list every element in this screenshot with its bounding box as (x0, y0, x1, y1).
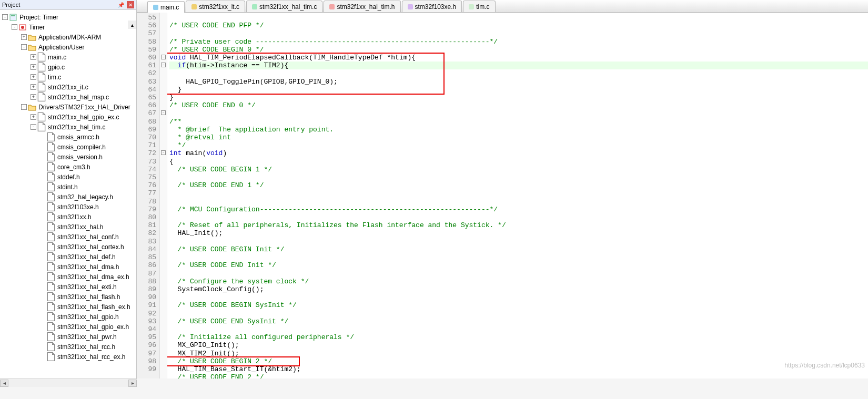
panel-title-text: Project (2, 2, 20, 8)
editor-tab[interactable]: main.c (147, 1, 185, 13)
panel-close-button[interactable]: ✕ (127, 1, 134, 8)
expander-icon[interactable]: - (31, 124, 36, 130)
expander-icon[interactable]: + (31, 114, 36, 120)
editor-tab[interactable]: stm32f103xe.h (402, 1, 462, 12)
cfile-icon (37, 63, 46, 71)
tree-item[interactable]: +stm32f1xx_hal_rcc.h (0, 342, 136, 352)
cfile-icon (37, 53, 46, 62)
editor-tab[interactable]: stm32f1xx_hal_tim.c (246, 1, 322, 12)
tree-item[interactable]: +stm32f1xx_hal_cortex.h (0, 242, 136, 252)
target-icon (18, 23, 27, 32)
tab-label: stm32f1xx_hal_tim.c (259, 3, 317, 11)
tree-scroll-up[interactable]: ▴ (128, 21, 136, 29)
tree-item[interactable]: +stm32f1xx_hal_gpio.h (0, 312, 136, 322)
tree-item[interactable]: -stm32f1xx_hal_tim.c (0, 122, 136, 132)
tree-item[interactable]: +cmsis_compiler.h (0, 142, 136, 152)
editor-tab[interactable]: stm32f1xx_it.c (186, 1, 245, 12)
tree-item[interactable]: +tim.c (0, 72, 136, 82)
tree-item-label: stm32f1xx.h (57, 213, 92, 221)
tree-item-label: main.c (48, 54, 66, 61)
tree-item[interactable]: -Application/User (0, 42, 136, 52)
tree-item[interactable]: +stm32f1xx_hal_dma_ex.h (0, 272, 136, 282)
tree-item[interactable]: +stm32f1xx_hal_rcc_ex.h (0, 352, 136, 362)
expander-icon[interactable]: - (21, 104, 27, 110)
editor-tab[interactable]: tim.c (463, 1, 495, 12)
editor-body: 55 56 57 58 59 60 61 62 63 64 65 66 67 6… (137, 13, 868, 378)
tree-item[interactable]: +stm32f1xx_hal.h (0, 222, 136, 232)
folder-icon (28, 103, 36, 111)
scroll-right-icon[interactable]: ▸ (128, 380, 137, 387)
tree-item[interactable]: +stm32f1xx_hal_gpio_ex.c (0, 112, 136, 122)
scroll-left-icon[interactable]: ◂ (0, 380, 8, 387)
tree-item[interactable]: -Timer (0, 22, 136, 32)
tab-color-icon (469, 4, 474, 9)
tree-item[interactable]: +stm32_hal_legacy.h (0, 192, 136, 202)
tree-item[interactable]: +stm32f103xe.h (0, 202, 136, 212)
cfile-icon (37, 93, 46, 101)
fold-gutter[interactable]: - - - - (160, 13, 167, 378)
code-content[interactable]: /* USER CODE END PFP */ /* Private user … (167, 13, 868, 378)
expander-icon[interactable]: + (21, 34, 27, 40)
tree-item-label: Timer (29, 24, 45, 31)
tree-item-label: core_cm3.h (57, 163, 90, 171)
tree-item[interactable]: +Application/MDK-ARM (0, 32, 136, 42)
tree-item[interactable]: +stm32f1xx_hal_flash.h (0, 292, 136, 302)
tab-color-icon (329, 4, 335, 9)
cfile-icon (37, 123, 46, 131)
expander-icon[interactable]: - (21, 44, 27, 50)
tree-item-label: stm32f103xe.h (57, 203, 99, 211)
tree-item-label: stm32f1xx_hal_gpio_ex.c (48, 114, 119, 121)
tree-item-label: stm32f1xx_hal_rcc.h (57, 343, 115, 351)
tree-item[interactable]: +stm32f1xx_it.c (0, 82, 136, 92)
hfile-icon (47, 133, 55, 141)
tree-item[interactable]: +cmsis_armcc.h (0, 132, 136, 142)
tree-item[interactable]: -Drivers/STM32F1xx_HAL_Driver (0, 102, 136, 112)
tree-item[interactable]: +stm32f1xx_hal_dma.h (0, 262, 136, 272)
tree-item[interactable]: +stm32f1xx_hal_msp.c (0, 92, 136, 102)
tree-item[interactable]: +core_cm3.h (0, 162, 136, 172)
pin-icon[interactable]: 📌 (117, 1, 125, 8)
expander-icon[interactable]: - (12, 24, 17, 30)
hfile-icon (47, 343, 55, 351)
tree-item[interactable]: +stdint.h (0, 182, 136, 192)
tree-item[interactable]: +stm32f1xx_hal_conf.h (0, 232, 136, 242)
tree-item-label: stm32f1xx_hal_flash_ex.h (57, 303, 130, 311)
tree-item[interactable]: +main.c (0, 52, 136, 62)
tree-item[interactable]: +stm32f1xx_hal_exti.h (0, 282, 136, 292)
tree-item[interactable]: +stddef.h (0, 172, 136, 182)
tree-item[interactable]: -Project: Timer (0, 12, 136, 22)
hfile-icon (47, 213, 55, 221)
tab-label: main.c (160, 4, 179, 11)
cfile-icon (37, 83, 46, 91)
tree-item[interactable]: +gpio.c (0, 62, 136, 72)
hfile-icon (47, 263, 55, 271)
tree-item-label: cmsis_armcc.h (57, 134, 99, 141)
expander-icon[interactable]: + (31, 84, 36, 90)
expander-icon[interactable]: + (31, 74, 36, 80)
tree-item-label: stm32f1xx_hal_tim.c (48, 124, 105, 131)
tree-item[interactable]: +stm32f1xx_hal_flash_ex.h (0, 302, 136, 312)
tree-item-label: stm32f1xx_hal_pwr.h (57, 333, 117, 341)
tree-item[interactable]: +cmsis_version.h (0, 152, 136, 162)
tree-item[interactable]: +stm32f1xx_hal_gpio_ex.h (0, 322, 136, 332)
expander-icon[interactable]: + (31, 94, 36, 100)
expander-icon[interactable]: - (2, 14, 8, 20)
project-hscroll[interactable]: ◂ ▸ (0, 378, 137, 387)
project-tree[interactable]: ▴ -Project: Timer-Timer+Application/MDK-… (0, 10, 136, 378)
tree-item-label: stm32f1xx_hal_flash.h (57, 293, 120, 301)
tree-item[interactable]: +stm32f1xx_hal_pwr.h (0, 332, 136, 342)
tree-item[interactable]: +stm32f1xx_hal_def.h (0, 252, 136, 262)
project-panel: Project 📌 ✕ ▴ -Project: Timer-Timer+Appl… (0, 0, 137, 378)
svg-point-3 (21, 26, 24, 29)
hfile-icon (47, 173, 55, 181)
hfile-icon (47, 253, 55, 261)
tree-item-label: stm32f1xx_hal_cortex.h (57, 243, 124, 251)
tab-bar[interactable]: main.cstm32f1xx_it.cstm32f1xx_hal_tim.cs… (137, 0, 868, 13)
hfile-icon (47, 353, 55, 361)
tree-item-label: stm32f1xx_hal_rcc_ex.h (57, 353, 125, 361)
expander-icon[interactable]: + (31, 54, 36, 60)
editor-tab[interactable]: stm32f1xx_hal_tim.h (324, 1, 400, 12)
tree-item[interactable]: +stm32f1xx.h (0, 212, 136, 222)
editor-area: main.cstm32f1xx_it.cstm32f1xx_hal_tim.cs… (137, 0, 868, 378)
expander-icon[interactable]: + (31, 64, 36, 70)
